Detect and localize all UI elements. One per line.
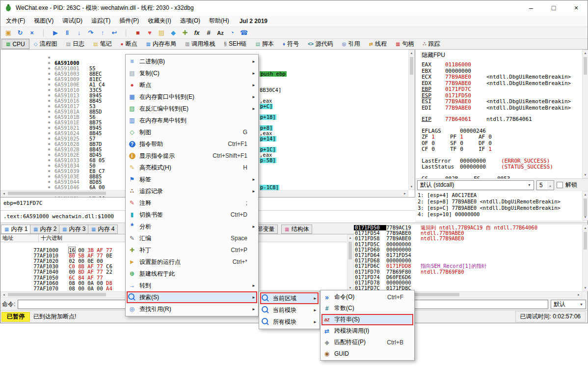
context-menu-item[interactable]: 显示指令提示 Ctrl+Shift+F1 (127, 150, 257, 162)
dump-vscrollbar[interactable] (347, 234, 353, 291)
run-icon[interactable]: ▶ (50, 28, 61, 38)
menubar-item[interactable]: 收藏夹(I) (143, 15, 175, 27)
menubar-item[interactable]: 选项(O) (176, 15, 205, 27)
step-into-icon[interactable]: ↓ (73, 28, 85, 38)
scroll-thumb[interactable] (8, 192, 106, 195)
view-tab[interactable]: ● 断点 (116, 39, 141, 49)
menubar-item[interactable]: 视图(V) (29, 15, 58, 27)
scroll-down-icon[interactable] (583, 285, 588, 291)
view-tab[interactable]: ⇄ 线程 (365, 39, 391, 49)
submenu-item[interactable]: 当前区域 ► (260, 292, 319, 304)
view-tab[interactable]: ∴ 跟踪 (418, 39, 444, 49)
view-tab[interactable]: ▥ 调用堆栈 (181, 39, 219, 49)
register-row[interactable]: ECX 77B9ABE0 <ntdll.DbgUiRemoteBreakin> (422, 74, 582, 81)
hash-icon[interactable]: # (203, 28, 214, 38)
stack-vscrollbar[interactable] (582, 225, 588, 291)
maximize-button[interactable]: □ (542, 0, 565, 15)
scroll-left-icon[interactable] (1, 191, 7, 196)
flag[interactable]: IF1 (479, 146, 507, 153)
context-menu-item[interactable]: 在反汇编中转到(E) ► (127, 103, 257, 114)
depth-spinner[interactable]: 5 (536, 180, 554, 190)
register-row[interactable]: EBP 0171FD7C (422, 86, 582, 93)
argument-row[interactable]: 3: [esp+C] 77B9ABE0 <ntdll.DbgUiRemoteBr… (418, 205, 582, 211)
stack-row[interactable]: 0171FD58 77B9ABE0 ntdll.77B9ABE0 (354, 236, 582, 241)
context-menu-item[interactable]: 高亮模式(H) H (127, 162, 257, 173)
scroll-up-icon[interactable] (409, 50, 414, 56)
view-tab[interactable]: <> 源代码 (303, 39, 338, 49)
view-tab[interactable]: ◇ 流程图 (29, 39, 62, 49)
eflags-row[interactable]: EFLAGS 00000246 (422, 128, 582, 135)
view-tab[interactable]: § SEH链 (219, 39, 251, 49)
run-to-return-icon[interactable]: ↩ (108, 28, 120, 38)
register-row[interactable]: EIP 77B64061 ntdll.77B64061 (422, 116, 582, 123)
submenu-item[interactable]: 所有模块 ► (260, 316, 319, 328)
shield-icon[interactable]: ◆ (167, 28, 179, 38)
context-menu-item[interactable]: 二进制(B) ► (127, 56, 257, 67)
scroll-up-icon[interactable] (347, 235, 353, 241)
spinner-arrows-icon[interactable] (547, 181, 553, 189)
dump-col-address[interactable]: 地址 (0, 234, 39, 242)
case-icon[interactable]: Az (214, 28, 226, 38)
view-tab[interactable]: ▦ 内存布局 (141, 39, 180, 49)
hide-fpu-label[interactable]: 隐藏FPU (422, 51, 582, 59)
dump-tab[interactable]: ▦ 结构体 (281, 225, 312, 234)
last-status-row[interactable]: LastStatus 00000000 (STATUS_SUCCESS) (422, 164, 582, 170)
context-menu-item[interactable]: 注释 ; (127, 197, 257, 209)
fx-icon[interactable]: fx (191, 28, 203, 38)
context-menu-item[interactable]: 补丁 Ctrl+P (127, 244, 257, 256)
menubar-item[interactable]: 插件(P) (115, 15, 143, 27)
command-history-select[interactable]: 默认 (551, 300, 586, 309)
disasm-vscrollbar[interactable] (408, 50, 415, 190)
stack-row[interactable]: 0171FD6C 0171FDD8 指向SEH_Record[1]的指针 (354, 263, 582, 269)
animate-icon[interactable]: ■ (132, 28, 144, 38)
patch-icon[interactable]: ✚ (179, 28, 191, 38)
scroll-thumb[interactable] (410, 57, 413, 75)
view-tab[interactable]: ▤ 日志 (62, 39, 89, 49)
stack-row[interactable]: 0171FD70 77B69F80 ntdll.77B69F80 (354, 269, 582, 275)
scroll-up-icon[interactable] (583, 192, 588, 198)
pause-icon[interactable]: ‖ (61, 28, 73, 38)
gauge-icon[interactable]: ◔ (226, 28, 238, 38)
close-button[interactable]: × (565, 0, 588, 15)
restart-icon[interactable]: ↻ (14, 28, 26, 38)
menubar-item[interactable]: 调试(D) (58, 15, 87, 27)
registers-scrollbar[interactable] (582, 50, 588, 178)
argument-row[interactable]: 4: [esp+10] 00000000 (418, 211, 582, 218)
submenu-item[interactable]: 匹配特征(P) Ctrl+B (321, 337, 413, 348)
phone-icon[interactable]: ☎ (238, 28, 250, 38)
view-tab[interactable]: ▤ 笔记 (89, 39, 116, 49)
context-menu-item[interactable]: 设置新的运行点 Ctrl+* (127, 256, 257, 268)
context-menu-item[interactable]: 在内存窗口中转到(E) ► (127, 91, 257, 103)
scroll-down-icon[interactable] (583, 172, 588, 178)
favourites-icon[interactable]: ♥ (144, 28, 156, 38)
scroll-thumb[interactable] (8, 293, 106, 296)
context-menu-item[interactable]: 追踪记录 ► (127, 185, 257, 197)
scroll-thumb[interactable] (584, 198, 587, 216)
minimize-button[interactable]: – (520, 0, 542, 15)
register-row[interactable]: EDI 77B9ABE0 <ntdll.DbgUiRemoteBreakin> (422, 105, 582, 112)
context-menu-item[interactable]: 切换书签 Ctrl+D (127, 209, 257, 221)
context-menu-item[interactable]: 在内存布局中转到 (127, 114, 257, 126)
context-menu-item[interactable]: 搜索(S) ► (127, 291, 257, 303)
unlock-checkbox[interactable] (557, 182, 563, 188)
view-tab[interactable]: ◎ 引用 (338, 39, 365, 49)
submenu-item[interactable]: GUID (321, 348, 413, 359)
context-menu-item[interactable]: 分析 ► (127, 221, 257, 232)
context-menu-item[interactable]: 新建线程于此 (127, 268, 257, 280)
close-icon[interactable]: × (26, 28, 38, 38)
scroll-thumb[interactable] (584, 57, 587, 75)
submenu-item[interactable]: 命令(O) Ctrl+F (321, 291, 413, 303)
submenu-item[interactable]: 跨模块调用(I) (321, 325, 413, 337)
submenu-item[interactable]: 当前模块 ► (260, 304, 319, 316)
calling-convention-select[interactable]: 默认 (stdcall) (417, 180, 534, 190)
argument-row[interactable]: 2: [esp+8] 77B9ABE0 <ntdll.DbgUiRemoteBr… (418, 198, 582, 205)
menubar-item[interactable]: 帮助(H) (205, 15, 234, 27)
open-file-icon[interactable]: ▣ (2, 28, 14, 38)
context-menu-item[interactable]: 汇编 Space (127, 232, 257, 244)
context-menu-item[interactable]: 复制(C) ► (127, 67, 257, 79)
register-row[interactable]: EAX 01186000 (422, 62, 582, 68)
dump-tab[interactable]: ▦ 内存 1 (1, 225, 31, 234)
register-row[interactable]: ESI 77B9ABE0 <ntdll.DbgUiRemoteBreakin> (422, 99, 582, 105)
argument-row[interactable]: 1: [esp+4] A0C17EEA (418, 192, 582, 198)
scroll-thumb[interactable] (584, 232, 587, 250)
